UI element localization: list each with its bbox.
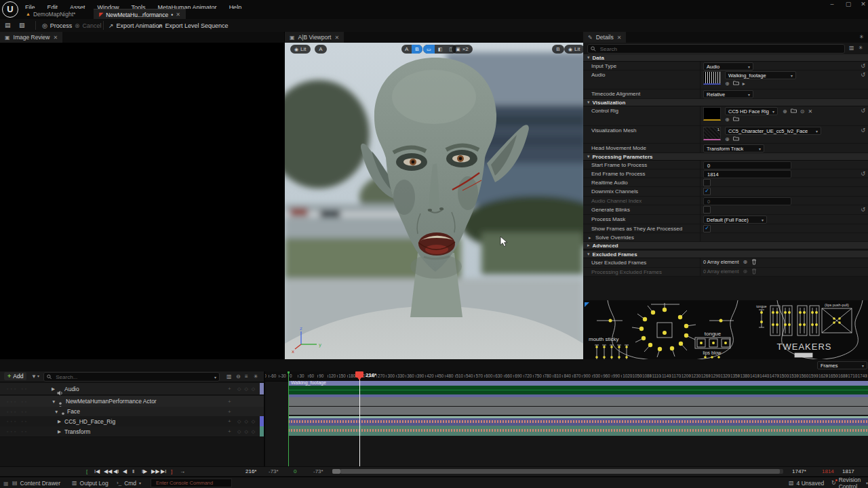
asset-thumbnail[interactable]: 1 — [703, 127, 721, 140]
dropdown-input-type[interactable]: Audio▾ — [703, 62, 753, 70]
dropdown-head-movement-mode[interactable]: Transform Track▾ — [703, 144, 764, 152]
view-mode-a-button[interactable]: ◉ Lit — [290, 45, 311, 54]
use-icon[interactable]: ⊕ — [725, 81, 730, 87]
use-icon[interactable]: ⊕ — [725, 117, 730, 123]
playback-start-value[interactable]: 0 — [294, 468, 296, 474]
track-mute-solo-icons[interactable]: ◦◦◦ ◦◦ — [7, 409, 28, 414]
add-section-icon[interactable]: + — [228, 399, 231, 405]
frames-unit-dropdown[interactable]: Frames▾ — [817, 361, 867, 369]
view-range-end[interactable]: 1747* — [792, 468, 806, 474]
asset-thumbnail[interactable] — [703, 71, 721, 85]
track-mute-solo-icons[interactable]: ◦◦◦ ◦◦ — [7, 429, 28, 434]
asset-dropdown[interactable]: CC5_Character_UE_cc5_lv2_Face▾ — [725, 127, 821, 135]
tab-details[interactable]: ✎ Details ✕ — [583, 32, 626, 43]
step-forward-button[interactable]: ǀ▶ — [142, 468, 147, 474]
tab-performance[interactable]: ◤ NewMetaHu...rformance • ✕ — [94, 9, 186, 20]
browse-content-icon[interactable]: ▧ — [19, 22, 25, 28]
playhead-marker[interactable] — [355, 371, 363, 378]
close-tab-icon[interactable]: ✕ — [334, 35, 339, 41]
unreal-logo-icon[interactable]: U — [2, 1, 18, 18]
reset-to-default-icon[interactable]: ↺ — [861, 108, 865, 114]
working-range-end[interactable]: 1817 — [842, 468, 854, 474]
track-row-audio[interactable]: ◦◦◦ ◦◦▶Audio+◇◇◇ — [0, 383, 264, 395]
reset-to-default-icon[interactable]: ↺ — [861, 207, 865, 213]
step-back-button[interactable]: ◀ǀ — [113, 468, 119, 474]
chevron-down-icon[interactable]: ▼ — [54, 409, 58, 414]
working-range-start[interactable]: -73* — [313, 468, 323, 474]
export-level-sequence-button[interactable]: ⇗ Export Level Sequence — [157, 19, 229, 32]
track-mute-solo-icons[interactable]: ◦◦◦ ◦◦ — [7, 399, 28, 404]
transform-track-band[interactable] — [288, 426, 868, 436]
range-close-bracket[interactable]: ] — [171, 468, 172, 474]
current-frame-value[interactable]: 216* — [245, 468, 256, 474]
details-section-processing-parameters[interactable]: ▾Processing Parameters — [583, 153, 868, 161]
details-section-visualization[interactable]: ▾Visualization — [583, 99, 868, 106]
chevron-down-icon[interactable]: ▼ — [52, 399, 56, 404]
keyframe-nav-icons[interactable]: ◇◇◇ — [237, 429, 258, 434]
scrollbar-grip[interactable] — [332, 469, 340, 474]
track-row-face[interactable]: ◦◦◦ ◦◦▼Face+ — [0, 407, 264, 417]
revision-control-button[interactable]: ↻ Revision Control ▾ — [831, 477, 868, 488]
reset-to-default-icon[interactable]: ↺ — [861, 72, 865, 78]
tab-demomap[interactable]: ▲ DemoMapNight* — [20, 9, 81, 19]
asset-dropdown[interactable]: Walking_footage▾ — [725, 71, 796, 79]
target-icon[interactable]: ⊙ — [800, 108, 805, 115]
details-section-excluded-frames[interactable]: ▾Excluded Frames — [583, 251, 868, 258]
track-row-newmetahumanperformance-actor[interactable]: ◦◦◦ ◦◦▼NewMetaHumanPerformance Actor+ — [0, 396, 264, 407]
track-mute-solo-icons[interactable]: ◦◦◦ ◦◦ — [7, 386, 28, 391]
asset-thumbnail[interactable] — [703, 107, 721, 121]
field-end-frame-to-process[interactable]: 1814 — [703, 170, 791, 178]
face-track-band[interactable] — [288, 407, 868, 415]
console-command-field[interactable] — [151, 479, 232, 487]
keyframe-nav-icons[interactable]: ◇◇◇ — [237, 386, 258, 392]
folder-icon[interactable] — [733, 80, 739, 87]
asset-dropdown[interactable]: CC5 HD Face Rig▾ — [725, 107, 778, 115]
badge-a[interactable]: A — [315, 45, 327, 54]
use-icon[interactable]: ⊕ — [783, 108, 787, 115]
maximize-button[interactable]: ▢ — [842, 1, 854, 7]
chevron-right-icon[interactable]: ▶ — [52, 386, 55, 392]
playback-mode-arrow[interactable]: → — [180, 468, 185, 474]
view-mode-b-button[interactable]: ◉ Lit — [564, 45, 585, 54]
image-review-viewport[interactable] — [0, 43, 284, 359]
scrollbar-thumb[interactable] — [340, 469, 780, 474]
chevron-right-icon[interactable]: ▶ — [58, 429, 61, 434]
save-icon[interactable]: ▤ — [5, 22, 11, 28]
keyframe-nav-icons[interactable]: ◇◇◇ — [237, 419, 258, 424]
field-start-frame-to-process[interactable]: 0 — [703, 161, 791, 169]
details-section-advanced[interactable]: ▸Advanced — [583, 242, 868, 249]
folder-icon[interactable] — [733, 116, 739, 123]
track-mute-solo-icons[interactable]: ◦◦◦ ◦◦ — [7, 419, 28, 424]
playhead-line[interactable] — [359, 371, 360, 466]
cmd-dropdown[interactable]: ›_ Cmd ▾ — [117, 477, 141, 488]
timeline-scrollbar[interactable] — [332, 469, 783, 474]
folder-icon[interactable] — [791, 108, 797, 115]
details-search-input[interactable] — [599, 45, 842, 53]
reset-to-default-icon[interactable]: ↺ — [861, 171, 865, 177]
go-to-end-button[interactable]: ▶ǀ — [161, 468, 166, 474]
console-input[interactable] — [155, 479, 228, 487]
play-icon[interactable]: ▸ — [743, 81, 745, 87]
unsaved-button[interactable]: ▧ 4 Unsaved — [789, 477, 824, 488]
keyframe-dots[interactable] — [288, 420, 868, 423]
track-row-cc5_hd_face_rig[interactable]: ◦◦◦ ◦◦▶CC5_HD_Face_Rig+◇◇◇ — [0, 416, 264, 427]
ab-toggle[interactable]: A B — [401, 45, 422, 54]
output-log-button[interactable]: ▥ Output Log — [72, 477, 108, 488]
checkbox-downmix-channels[interactable]: ✓ — [703, 188, 711, 195]
add-section-icon[interactable]: + — [228, 428, 231, 434]
add-section-icon[interactable]: + — [228, 386, 231, 392]
play-reverse-button[interactable]: ◀ — [123, 468, 127, 474]
add-section-icon[interactable]: + — [228, 409, 231, 415]
audio-waveform-band[interactable] — [288, 386, 868, 394]
track-row-transform[interactable]: ◦◦◦ ◦◦▶Transform+◇◇◇ — [0, 426, 264, 437]
jump-back-button[interactable]: ◀◀ — [104, 468, 112, 474]
view-range-start[interactable]: -73* — [269, 468, 279, 474]
keyframe-dots[interactable] — [288, 429, 868, 432]
range-open-bracket[interactable]: [ — [86, 468, 87, 474]
ab-toggle-a[interactable]: A — [401, 45, 412, 54]
ab-toggle-b[interactable]: B — [412, 45, 422, 54]
playback-end-value[interactable]: 1814 — [822, 468, 834, 474]
actor-track-band[interactable] — [288, 397, 868, 406]
badge-b[interactable]: B — [552, 45, 564, 54]
display-filter-icon[interactable]: ▥ — [849, 45, 854, 51]
